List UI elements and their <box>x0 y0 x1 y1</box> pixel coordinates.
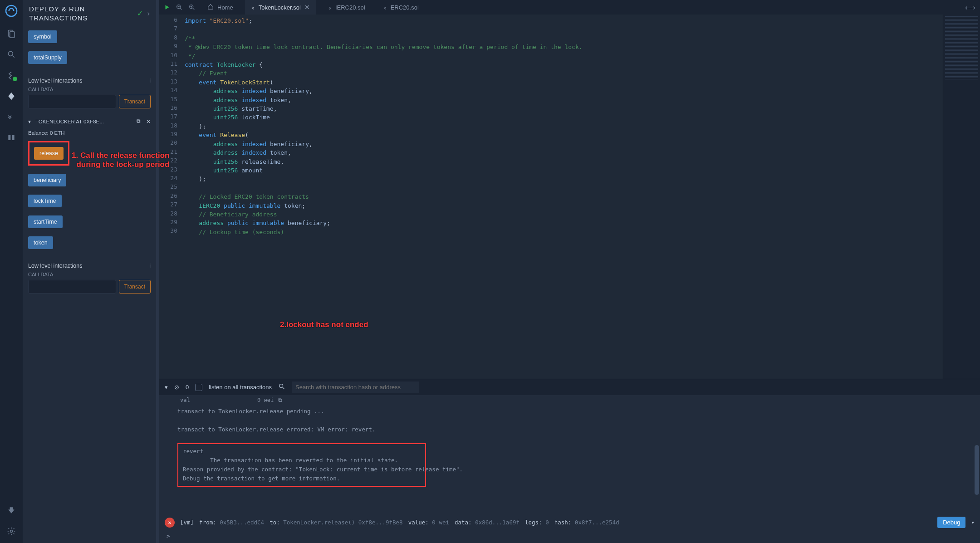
release-highlight-box: release <box>28 141 69 166</box>
chevron-down-icon[interactable]: ▾ <box>971 519 975 526</box>
term-col-wei: 0 wei <box>257 397 274 403</box>
transact-button-2[interactable]: Transact <box>119 280 151 294</box>
tab-erc20[interactable]: ⬨ ERC20.sol <box>377 0 425 15</box>
low-level-header-2: Low level interactions i <box>28 263 151 269</box>
locktime-button[interactable]: lockTime <box>28 195 62 207</box>
term-line: Debug the transaction to get more inform… <box>183 474 421 483</box>
solidity-icon: ⬨ <box>383 4 387 11</box>
svg-point-5 <box>10 530 13 533</box>
search-icon[interactable] <box>6 49 17 60</box>
panel-title: DEPLOY & RUN TRANSACTIONS <box>29 5 132 22</box>
terminal-scrollbar[interactable] <box>975 445 979 495</box>
tab-ierc20[interactable]: ⬨ IERC20.sol <box>322 0 372 15</box>
search-icon[interactable] <box>278 383 285 391</box>
svg-line-8 <box>180 8 181 10</box>
copy-icon[interactable]: ⧉ <box>278 397 282 403</box>
editor-toolbar: Home ⬨ TokenLocker.sol ✕ ⬨ IERC20.sol ⬨ … <box>159 0 980 15</box>
deploy-icon[interactable] <box>6 91 17 102</box>
term-line: Reason provided by the contract: "TokenL… <box>183 465 421 474</box>
terminal-prompt[interactable]: > <box>159 532 980 543</box>
book-icon[interactable] <box>6 132 17 143</box>
chevron-right-icon[interactable]: › <box>147 10 150 18</box>
debug-button[interactable]: Debug <box>937 517 965 528</box>
terminal-search-input[interactable] <box>292 382 419 393</box>
compiler-icon[interactable] <box>6 70 17 81</box>
symbol-button[interactable]: symbol <box>28 30 57 43</box>
terminal-toolbar: ▾ ⊘ 0 listen on all transactions <box>159 379 980 395</box>
terminal-footer: ✕ [vm] from: 0x5B3...eddC4 to: TokenLock… <box>159 513 980 532</box>
file-explorer-icon[interactable] <box>6 28 17 39</box>
pending-count: 0 <box>186 384 189 391</box>
listen-label: listen on all transactions <box>209 384 272 391</box>
low-level-header: Low level interactions i <box>28 78 151 84</box>
close-icon[interactable]: ✕ <box>146 118 151 125</box>
solidity-icon: ⬨ <box>328 4 332 11</box>
transact-button[interactable]: Transact <box>119 95 151 108</box>
beneficiary-button[interactable]: beneficiary <box>28 174 66 186</box>
totalsupply-button[interactable]: totalSupply <box>28 51 67 64</box>
zoom-out-icon[interactable] <box>176 4 183 11</box>
term-line: The transaction has been reverted to the… <box>183 456 421 465</box>
zoom-in-icon[interactable] <box>188 4 196 11</box>
term-line: transact to TokenLocker.release errored:… <box>177 425 975 434</box>
annotation-2: 2.lockout has not ended <box>280 320 368 329</box>
error-highlight-box: revert The transaction has been reverted… <box>177 443 426 487</box>
status-badge-ok <box>13 77 17 81</box>
svg-line-4 <box>13 56 15 58</box>
instance-header[interactable]: ▾ TOKENLOCKER AT 0XF8E... ⧉ ✕ <box>28 116 151 127</box>
clear-icon[interactable]: ⊘ <box>174 384 179 391</box>
balance-line: Balance: 0 ETH <box>28 130 151 136</box>
home-icon <box>207 4 214 11</box>
release-button[interactable]: release <box>34 147 64 160</box>
listen-checkbox[interactable] <box>195 384 202 391</box>
svg-point-3 <box>8 51 13 56</box>
svg-point-0 <box>6 5 17 16</box>
annotation-1: 1. Call the release function during the … <box>72 151 169 169</box>
copy-icon[interactable]: ⧉ <box>137 118 141 125</box>
calldata-input-2[interactable] <box>28 280 116 294</box>
calldata-label-2: CALLDATA <box>28 272 151 277</box>
collapse-icon[interactable]: ▾ <box>165 384 168 391</box>
icon-rail <box>0 0 23 543</box>
solidity-icon: ⬨ <box>251 4 255 11</box>
chevron-down-icon[interactable]: ▾ <box>28 118 31 125</box>
plugin-icon[interactable] <box>6 505 17 516</box>
tab-tokenlocker[interactable]: ⬨ TokenLocker.sol ✕ <box>245 0 316 15</box>
terminal-body[interactable]: val 0 wei ⧉ transact to TokenLocker.rele… <box>159 395 980 513</box>
check-icon: ✓ <box>137 9 143 18</box>
error-icon: ✕ <box>165 518 175 528</box>
close-icon[interactable]: ✕ <box>304 4 310 11</box>
settings-icon[interactable] <box>6 526 17 537</box>
expand-icon[interactable]: ⟷ <box>965 3 980 12</box>
line-gutter: 6789101112131415161718192021222324252627… <box>159 15 185 379</box>
instance-label: TOKENLOCKER AT 0XF8E... <box>35 119 104 124</box>
debugger-icon[interactable] <box>6 112 17 122</box>
info-icon[interactable]: i <box>149 78 151 84</box>
svg-line-12 <box>193 8 194 10</box>
info-icon[interactable]: i <box>149 263 151 269</box>
svg-point-13 <box>279 384 283 388</box>
remix-logo[interactable] <box>4 4 19 18</box>
calldata-label: CALLDATA <box>28 87 151 92</box>
term-line: revert <box>183 447 421 456</box>
svg-rect-2 <box>10 32 15 38</box>
calldata-input[interactable] <box>28 95 116 108</box>
side-panel: DEPLOY & RUN TRANSACTIONS ✓ › symbol tot… <box>23 0 157 543</box>
side-header: DEPLOY & RUN TRANSACTIONS ✓ › <box>23 0 156 27</box>
run-icon[interactable] <box>164 4 170 10</box>
minimap[interactable] <box>943 15 980 379</box>
term-line: transact to TokenLocker.release pending … <box>177 407 975 416</box>
main-area: Home ⬨ TokenLocker.sol ✕ ⬨ IERC20.sol ⬨ … <box>159 0 980 543</box>
tab-home[interactable]: Home <box>201 0 240 15</box>
term-col-val: val <box>180 397 257 403</box>
svg-line-14 <box>283 387 284 389</box>
starttime-button[interactable]: startTime <box>28 215 63 228</box>
token-button[interactable]: token <box>28 236 53 249</box>
